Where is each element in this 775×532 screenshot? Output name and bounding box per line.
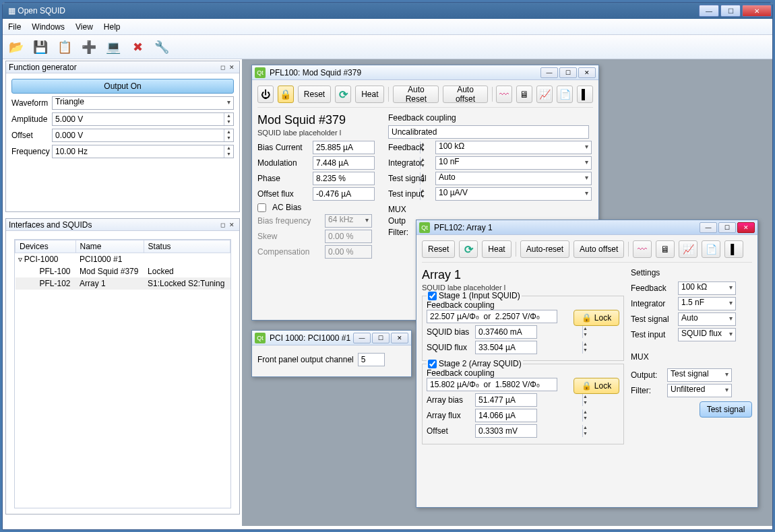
copy-icon[interactable]: 📄	[557, 86, 573, 103]
copy-icon[interactable]: 📄	[702, 240, 720, 258]
menu-help[interactable]: Help	[104, 22, 121, 32]
fb-coupling-input[interactable]	[388, 125, 589, 139]
open-icon[interactable]: 📂	[7, 38, 26, 57]
frequency-spinbox[interactable]: ▲▼	[52, 145, 234, 158]
waveform-icon[interactable]: 〰	[633, 240, 652, 258]
s1-fb-input[interactable]	[427, 310, 557, 323]
fp-channel-spinbox[interactable]: ▲▼	[358, 353, 385, 366]
test-signal-button[interactable]: Test signal	[700, 401, 752, 418]
pfl100-titlebar[interactable]: Qt PFL100: Mod Squid #379 — ☐ ✕	[252, 65, 598, 80]
s2-fb-input[interactable]	[427, 378, 557, 391]
set-testinput-combo[interactable]: SQUID flux	[678, 328, 736, 341]
col-status[interactable]: Status	[144, 240, 230, 253]
maximize-button[interactable]: ☐	[718, 222, 736, 233]
ac-bias-checkbox[interactable]	[257, 203, 266, 212]
add-icon[interactable]: ➕	[80, 38, 98, 57]
set-feedback-combo[interactable]: 100 kΩ	[678, 281, 736, 295]
dock-float-icon[interactable]: ◻	[218, 63, 227, 72]
table-row[interactable]: PFL-102 Array 1S1:Locked S2:Tuning	[16, 277, 230, 290]
close-button[interactable]: ✕	[737, 222, 755, 233]
heat-button[interactable]: Heat	[355, 86, 384, 103]
pfl102-titlebar[interactable]: Qt PFL102: Array 1 — ☐ ✕	[416, 220, 757, 235]
offset-flux-spinbox[interactable]: ▲▼	[313, 187, 375, 201]
menu-view[interactable]: View	[75, 22, 93, 32]
main-titlebar[interactable]: ▦ Open SQUID — ☐ ✕	[3, 3, 772, 19]
funcgen-title[interactable]: Function generator ◻ ✕	[6, 61, 239, 73]
phase-spinbox[interactable]: ▲▼	[313, 172, 375, 185]
power-icon[interactable]: ⏻	[257, 86, 274, 103]
s2-offset-spinbox[interactable]: ▲▼	[475, 424, 537, 438]
saveas-icon[interactable]: 📋	[55, 38, 74, 57]
menu-file[interactable]: File	[8, 22, 21, 32]
s2-lock-button[interactable]: 🔒 Lock	[574, 378, 619, 394]
minimize-button[interactable]: —	[353, 333, 371, 343]
minimize-button[interactable]: —	[700, 222, 717, 233]
menu-windows[interactable]: Windows	[32, 22, 65, 32]
minimize-button[interactable]: —	[699, 5, 719, 17]
delete-icon[interactable]: ✖	[128, 38, 147, 57]
pfl102-window: Qt PFL102: Array 1 — ☐ ✕ Reset ⟳ Heat Au…	[416, 220, 758, 508]
close-button[interactable]: ✕	[391, 333, 408, 343]
table-row[interactable]: ▿ PCI-1000 PCI1000 #1	[16, 253, 230, 266]
doc-icon[interactable]: ▌	[577, 86, 593, 103]
maximize-button[interactable]: ☐	[559, 67, 577, 78]
auto-reset-button[interactable]: Auto-reset	[520, 240, 569, 258]
integrator-combo[interactable]: 10 nF	[435, 156, 592, 170]
stage1-checkbox[interactable]	[428, 292, 437, 300]
monitor-icon[interactable]: 🖥	[656, 240, 675, 258]
bias-current-spinbox[interactable]: ▲▼	[313, 141, 375, 154]
refresh-icon[interactable]: ⟳	[335, 86, 351, 103]
feedback-combo[interactable]: 100 kΩ	[435, 141, 592, 154]
heat-button[interactable]: Heat	[482, 240, 511, 258]
devtree-title[interactable]: Interfaces and SQUIDs ◻ ✕	[6, 219, 239, 231]
s1-bias-spinbox[interactable]: ▲▼	[475, 325, 537, 339]
test-signal-combo[interactable]: Auto	[435, 172, 592, 185]
close-button[interactable]: ✕	[742, 5, 772, 17]
table-row[interactable]: PFL-100 Mod Squid #379Locked	[16, 265, 230, 277]
board-icon[interactable]: 💻	[104, 38, 123, 57]
monitor-icon[interactable]: 🖥	[516, 86, 532, 103]
device-subtitle: SQUID labe placeholder l	[257, 129, 377, 137]
s1-lock-button[interactable]: 🔒 Lock	[574, 310, 619, 326]
reset-button[interactable]: Reset	[422, 240, 455, 258]
auto-offset-button[interactable]: Auto offset	[574, 240, 624, 258]
waveform-icon[interactable]: 〰	[496, 86, 512, 103]
dock-float-icon[interactable]: ◻	[218, 220, 227, 230]
close-button[interactable]: ✕	[578, 67, 596, 78]
auto-reset-button[interactable]: Auto Reset	[393, 86, 439, 103]
mux-output-combo[interactable]: Test signal	[667, 368, 732, 382]
s2-abias-spinbox[interactable]: ▲▼	[475, 393, 537, 407]
pci1000-titlebar[interactable]: Qt PCI 1000: PCI1000 #1 — ☐ ✕	[252, 331, 411, 345]
chart-icon[interactable]: 📈	[679, 240, 698, 258]
maximize-button[interactable]: ☐	[372, 333, 390, 343]
minimize-button[interactable]: —	[540, 67, 558, 78]
set-integrator-combo[interactable]: 1.5 nF	[678, 297, 736, 310]
stage2-checkbox[interactable]	[428, 360, 437, 368]
mux-filter-combo[interactable]: Unfiltered	[667, 384, 732, 397]
lock-icon[interactable]: 🔒	[278, 86, 294, 103]
offset-spinbox[interactable]: ▲▼	[52, 129, 234, 142]
auto-offset-button[interactable]: Auto offset	[443, 86, 487, 103]
test-input-combo[interactable]: 10 µA/V	[435, 187, 592, 201]
s2-aflux-spinbox[interactable]: ▲▼	[475, 409, 537, 422]
save-icon[interactable]: 💾	[31, 38, 50, 57]
dock-close-icon[interactable]: ✕	[227, 63, 237, 72]
dock-close-icon[interactable]: ✕	[227, 220, 237, 230]
col-name[interactable]: Name	[75, 240, 144, 253]
device-name: Array 1	[422, 268, 624, 282]
col-devices[interactable]: Devices	[16, 240, 76, 253]
wrench-icon[interactable]: 🔧	[152, 38, 171, 57]
maximize-button[interactable]: ☐	[720, 5, 741, 17]
reset-button[interactable]: Reset	[298, 86, 331, 103]
bias-freq-combo: 64 kHz	[325, 214, 372, 228]
amplitude-spinbox[interactable]: ▲▼	[52, 112, 234, 126]
doc-icon[interactable]: ▌	[724, 240, 743, 258]
output-on-button[interactable]: Output On	[11, 79, 234, 94]
s1-flux-spinbox[interactable]: ▲▼	[475, 341, 537, 354]
waveform-combo[interactable]: Triangle	[52, 96, 234, 110]
set-testsignal-combo[interactable]: Auto	[678, 312, 736, 326]
chart-icon[interactable]: 📈	[536, 86, 553, 103]
refresh-icon[interactable]: ⟳	[459, 240, 478, 258]
modulation-spinbox[interactable]: ▲▼	[313, 156, 375, 170]
qt-icon: Qt	[419, 222, 430, 233]
